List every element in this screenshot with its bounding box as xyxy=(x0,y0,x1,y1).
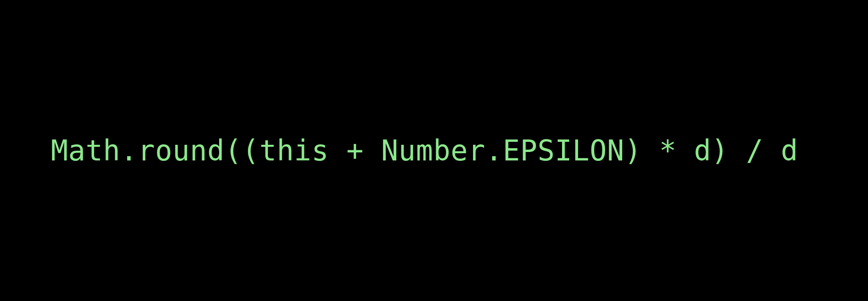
code-line: Math.round((this + Number.EPSILON) * d) … xyxy=(51,134,798,167)
terminal-view[interactable]: Math.round((this + Number.EPSILON) * d) … xyxy=(0,0,868,301)
